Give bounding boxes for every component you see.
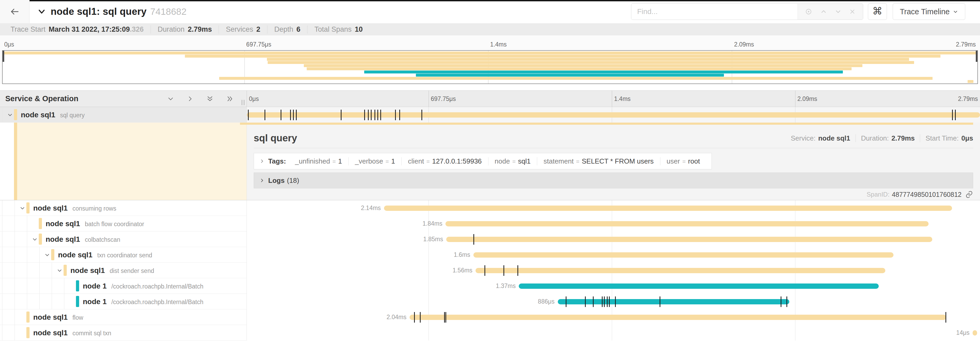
span-log-marker[interactable] bbox=[281, 110, 282, 120]
collapse-one-chevron-down-icon[interactable] bbox=[166, 94, 175, 103]
span-timeline-cell[interactable]: 2.04ms bbox=[247, 309, 980, 325]
locate-icon[interactable] bbox=[804, 7, 813, 16]
column-resizer-grip[interactable] bbox=[242, 100, 245, 105]
span-log-marker[interactable] bbox=[264, 110, 265, 120]
logs-accordion[interactable]: Logs (18) bbox=[254, 173, 973, 189]
span-log-marker[interactable] bbox=[368, 110, 369, 120]
find-prev-chevron-up-icon[interactable] bbox=[820, 8, 827, 16]
tree-chevron-down-icon[interactable] bbox=[31, 236, 38, 243]
span-tree-item[interactable]: node sql1colbatchscan bbox=[0, 232, 247, 247]
span-log-marker[interactable] bbox=[484, 265, 485, 276]
span-bar[interactable] bbox=[558, 299, 789, 304]
span-row[interactable]: node 1/cockroach.roachpb.Internal/Batch8… bbox=[0, 294, 980, 309]
expand-all-double-chevron-right-icon[interactable] bbox=[226, 94, 234, 103]
span-log-marker[interactable] bbox=[660, 296, 660, 307]
span-log-marker[interactable] bbox=[585, 296, 586, 307]
span-tree-item[interactable]: node 1/cockroach.roachpb.Internal/Batch bbox=[0, 294, 247, 309]
span-timeline-cell[interactable]: 14μs bbox=[247, 325, 980, 341]
find-input[interactable] bbox=[632, 4, 797, 19]
span-log-marker[interactable] bbox=[293, 110, 294, 120]
span-log-marker[interactable] bbox=[296, 110, 297, 120]
span-row[interactable]: node sql1colbatchscan1.85ms bbox=[0, 232, 980, 247]
span-tree-item[interactable]: node sql1sql query bbox=[0, 107, 247, 123]
span-log-marker[interactable] bbox=[503, 265, 504, 276]
find-next-chevron-down-icon[interactable] bbox=[834, 8, 842, 16]
span-row[interactable]: node sql1flow2.04ms bbox=[0, 309, 980, 325]
span-row[interactable]: node sql1sql query bbox=[0, 107, 980, 123]
span-timeline-cell[interactable]: 886μs bbox=[247, 294, 980, 309]
span-log-marker[interactable] bbox=[371, 110, 372, 120]
span-bar[interactable] bbox=[410, 315, 946, 320]
span-log-marker[interactable] bbox=[420, 312, 421, 323]
tags-accordion[interactable]: Tags: _unfinished=1_verbose=1client=127.… bbox=[254, 153, 712, 170]
collapse-trace-chevron-down-icon[interactable] bbox=[37, 7, 46, 16]
span-row[interactable]: node sql1consuming rows2.14ms bbox=[0, 200, 980, 216]
span-bar[interactable] bbox=[473, 252, 894, 258]
keyboard-shortcuts-button[interactable]: ⌘ bbox=[868, 3, 887, 20]
span-log-marker[interactable] bbox=[377, 110, 378, 120]
span-row[interactable]: node 1/cockroach.roachpb.Internal/Batch1… bbox=[0, 278, 980, 294]
span-log-marker[interactable] bbox=[422, 110, 422, 120]
span-log-marker[interactable] bbox=[445, 312, 446, 323]
span-log-marker[interactable] bbox=[380, 110, 381, 120]
minimap-canvas[interactable] bbox=[2, 50, 978, 84]
span-log-marker[interactable] bbox=[444, 312, 445, 323]
tree-chevron-down-icon[interactable] bbox=[19, 205, 26, 212]
minimap-right-drag-handle[interactable] bbox=[976, 51, 977, 62]
span-log-marker[interactable] bbox=[602, 296, 603, 307]
span-log-marker[interactable] bbox=[414, 312, 415, 323]
span-timeline-cell[interactable]: 2.14ms bbox=[247, 200, 980, 216]
find-clear-x-icon[interactable] bbox=[849, 8, 856, 15]
span-log-marker[interactable] bbox=[952, 110, 953, 120]
span-bar[interactable] bbox=[446, 237, 932, 242]
trace-view-selector-button[interactable]: Trace Timeline bbox=[893, 3, 965, 20]
span-bar[interactable] bbox=[247, 112, 980, 118]
span-tree-item[interactable]: node sql1txn coordinator send bbox=[0, 247, 247, 262]
span-timeline-cell[interactable]: 1.84ms bbox=[247, 216, 980, 232]
span-tree-item[interactable]: node sql1consuming rows bbox=[0, 200, 247, 216]
collapse-all-double-chevron-down-icon[interactable] bbox=[205, 94, 215, 103]
span-log-marker[interactable] bbox=[395, 110, 396, 120]
span-log-marker[interactable] bbox=[566, 296, 566, 307]
span-row[interactable]: node sql1commit sql txn14μs bbox=[0, 325, 980, 341]
span-log-marker[interactable] bbox=[593, 296, 593, 307]
span-timeline-cell[interactable] bbox=[247, 107, 980, 123]
tree-chevron-down-icon[interactable] bbox=[6, 112, 13, 118]
span-log-marker[interactable] bbox=[364, 110, 365, 120]
expand-one-chevron-right-icon[interactable] bbox=[186, 94, 194, 103]
span-log-marker[interactable] bbox=[945, 312, 946, 323]
span-row[interactable]: node sql1dist sender send1.56ms bbox=[0, 262, 980, 278]
span-log-marker[interactable] bbox=[786, 296, 787, 307]
span-bar[interactable] bbox=[384, 206, 952, 211]
span-tree-item[interactable]: node sql1commit sql txn bbox=[0, 325, 247, 341]
span-log-marker[interactable] bbox=[248, 110, 249, 120]
tree-chevron-down-icon[interactable] bbox=[56, 267, 63, 274]
span-timeline-cell[interactable]: 1.6ms bbox=[247, 247, 980, 262]
span-log-marker[interactable] bbox=[781, 296, 781, 307]
back-button[interactable] bbox=[0, 0, 30, 23]
span-log-marker[interactable] bbox=[399, 110, 400, 120]
span-log-marker[interactable] bbox=[473, 234, 474, 245]
span-log-marker[interactable] bbox=[615, 296, 616, 307]
span-bar[interactable] bbox=[445, 221, 929, 226]
span-log-marker[interactable] bbox=[341, 110, 342, 120]
span-tree-item[interactable]: node sql1flow bbox=[0, 309, 247, 325]
span-log-marker[interactable] bbox=[290, 110, 291, 120]
span-log-marker[interactable] bbox=[374, 110, 375, 120]
span-log-marker[interactable] bbox=[955, 110, 956, 120]
span-tree-item[interactable]: node 1/cockroach.roachpb.Internal/Batch bbox=[0, 278, 247, 294]
span-log-marker[interactable] bbox=[517, 265, 518, 276]
span-row[interactable]: node sql1batch flow coordinator1.84ms bbox=[0, 216, 980, 232]
span-log-marker[interactable] bbox=[609, 296, 610, 307]
span-bar[interactable] bbox=[973, 330, 977, 336]
minimap-left-drag-handle[interactable] bbox=[3, 51, 4, 62]
span-bar[interactable] bbox=[519, 283, 879, 289]
span-timeline-cell[interactable]: 1.56ms bbox=[247, 262, 980, 278]
span-log-marker[interactable] bbox=[604, 296, 605, 307]
span-timeline-cell[interactable]: 1.85ms bbox=[247, 232, 980, 247]
tree-chevron-down-icon[interactable] bbox=[44, 251, 51, 258]
span-tree-item[interactable]: node sql1dist sender send bbox=[0, 262, 247, 278]
deep-link-icon[interactable] bbox=[965, 190, 973, 198]
span-log-marker[interactable] bbox=[607, 296, 608, 307]
span-timeline-cell[interactable]: 1.37ms bbox=[247, 278, 980, 294]
